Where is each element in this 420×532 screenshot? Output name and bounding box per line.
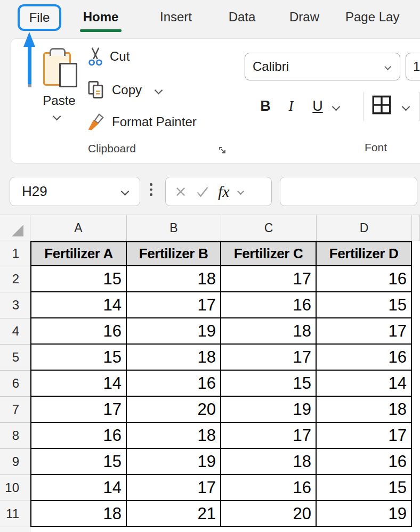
table-cell[interactable]: 19 (127, 449, 221, 475)
table-cell[interactable]: 15 (317, 292, 412, 318)
table-cell[interactable]: 19 (221, 397, 317, 423)
table-cell[interactable]: 18 (221, 318, 317, 345)
row-header-partial[interactable] (0, 527, 30, 532)
underline-button[interactable]: U (306, 93, 329, 119)
row-header-11[interactable]: 11 (0, 501, 30, 527)
tab-draw[interactable]: Draw (285, 6, 324, 28)
empty-cell[interactable] (412, 318, 420, 345)
table-cell[interactable]: 14 (30, 475, 127, 501)
tab-page-layout[interactable]: Page Lay (345, 6, 420, 28)
font-size-combobox[interactable]: 11 (406, 53, 420, 80)
borders-button[interactable] (371, 94, 392, 118)
empty-cell[interactable] (412, 371, 420, 397)
table-cell[interactable]: 18 (221, 449, 317, 475)
empty-cell[interactable] (412, 423, 420, 449)
row-header-4[interactable]: 4 (0, 318, 30, 345)
column-header-partial[interactable] (412, 215, 420, 241)
table-cell[interactable]: 16 (317, 449, 412, 475)
underline-dropdown-chevron-icon[interactable] (332, 103, 341, 111)
row-header-7[interactable]: 7 (0, 397, 30, 423)
paste-button[interactable]: Paste (27, 39, 88, 129)
table-cell[interactable]: 15 (317, 475, 412, 501)
select-all-corner[interactable] (0, 215, 30, 241)
row-header-8[interactable]: 8 (0, 423, 30, 449)
table-cell[interactable]: 15 (221, 371, 317, 397)
table-cell[interactable]: 16 (127, 371, 221, 397)
copy-button[interactable]: Copy (86, 79, 161, 101)
tab-file[interactable]: File (18, 4, 61, 31)
format-painter-button[interactable]: Format Painter (86, 111, 197, 133)
table-cell[interactable]: 17 (317, 318, 412, 345)
table-cell[interactable]: 20 (221, 501, 317, 527)
row-header-9[interactable]: 9 (0, 449, 30, 475)
cancel-icon[interactable] (174, 185, 187, 198)
table-cell[interactable]: 16 (317, 266, 412, 292)
column-header-D[interactable]: D (317, 215, 412, 241)
formula-input[interactable] (280, 177, 417, 206)
row-header-2[interactable]: 2 (0, 266, 30, 292)
enter-check-icon[interactable] (196, 185, 209, 198)
table-cell[interactable]: 14 (30, 292, 127, 318)
table-cell[interactable]: 18 (317, 397, 412, 423)
empty-cell[interactable] (412, 475, 420, 501)
row-header-1[interactable]: 1 (0, 241, 30, 266)
table-cell[interactable]: 15 (30, 266, 127, 292)
table-cell[interactable]: 17 (221, 266, 317, 292)
empty-cell[interactable] (412, 449, 420, 475)
table-cell[interactable]: 19 (317, 501, 412, 527)
table-header-cell[interactable]: Fertilizer C (221, 241, 317, 266)
table-cell[interactable]: 17 (127, 292, 221, 318)
table-cell[interactable]: 17 (30, 397, 127, 423)
table-cell[interactable]: 14 (317, 371, 412, 397)
borders-dropdown-chevron-icon[interactable] (402, 103, 410, 111)
tab-insert[interactable]: Insert (154, 6, 198, 28)
table-header-cell[interactable]: Fertilizer D (317, 241, 412, 266)
cut-button[interactable]: Cut (87, 45, 130, 68)
copy-dropdown-chevron-icon[interactable] (155, 86, 163, 94)
column-header-B[interactable]: B (127, 215, 221, 241)
table-cell[interactable]: 17 (127, 475, 221, 501)
table-cell[interactable]: 18 (127, 345, 221, 371)
empty-cell[interactable] (412, 345, 420, 371)
column-header-C[interactable]: C (221, 215, 317, 241)
table-cell[interactable]: 19 (127, 318, 221, 345)
table-cell[interactable]: 17 (221, 423, 317, 449)
insert-function-button[interactable]: fx (218, 183, 230, 201)
table-cell[interactable]: 20 (127, 397, 221, 423)
column-header-A[interactable]: A (30, 215, 127, 241)
name-box[interactable]: H29 (10, 177, 140, 206)
row-header-6[interactable]: 6 (0, 371, 30, 397)
empty-cell[interactable] (30, 527, 420, 532)
tab-home[interactable]: Home (81, 6, 120, 28)
table-cell[interactable]: 21 (127, 501, 221, 527)
paste-dropdown-chevron-icon[interactable] (53, 112, 61, 121)
table-cell[interactable]: 18 (30, 501, 127, 527)
table-cell[interactable]: 14 (30, 371, 127, 397)
table-cell[interactable]: 16 (30, 318, 127, 345)
row-header-5[interactable]: 5 (0, 345, 30, 371)
row-header-3[interactable]: 3 (0, 292, 30, 318)
table-cell[interactable]: 16 (30, 423, 127, 449)
table-cell[interactable]: 16 (221, 475, 317, 501)
italic-button[interactable]: I (280, 93, 302, 119)
table-cell[interactable]: 17 (317, 423, 412, 449)
table-header-cell[interactable]: Fertilizer A (30, 241, 127, 266)
table-cell[interactable]: 18 (127, 423, 221, 449)
font-name-combobox[interactable]: Calibri (245, 53, 400, 80)
table-cell[interactable]: 15 (30, 345, 127, 371)
table-cell[interactable]: 16 (317, 345, 412, 371)
bold-button[interactable]: B (254, 93, 277, 119)
table-cell[interactable]: 18 (127, 266, 221, 292)
empty-cell[interactable] (412, 397, 420, 423)
empty-cell[interactable] (412, 501, 420, 527)
empty-cell[interactable] (412, 241, 420, 266)
table-cell[interactable]: 15 (30, 449, 127, 475)
empty-cell[interactable] (412, 292, 420, 318)
empty-cell[interactable] (412, 266, 420, 292)
tab-data[interactable]: Data (223, 6, 261, 28)
row-header-10[interactable]: 10 (0, 475, 30, 501)
table-cell[interactable]: 16 (221, 292, 317, 318)
table-header-cell[interactable]: Fertilizer B (127, 241, 221, 266)
table-cell[interactable]: 17 (221, 345, 317, 371)
clipboard-dialog-launcher[interactable] (218, 146, 228, 158)
